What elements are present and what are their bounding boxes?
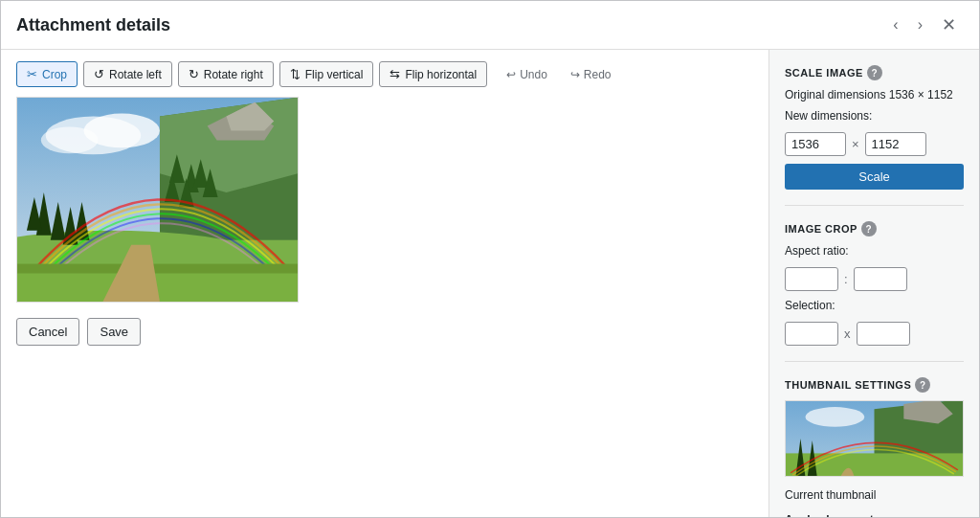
scale-help-icon[interactable]: ? bbox=[867, 65, 882, 80]
width-input[interactable] bbox=[785, 132, 846, 156]
image-toolbar: ✂ Crop ↺ Rotate left ↻ Rotate right ⇅ Fl… bbox=[16, 61, 753, 87]
flip-horizontal-label: Flip horizontal bbox=[405, 68, 477, 81]
thumbnail-image bbox=[786, 401, 963, 476]
redo-button[interactable]: ↪ Redo bbox=[561, 63, 621, 86]
height-input[interactable] bbox=[865, 132, 926, 156]
image-container[interactable] bbox=[16, 97, 299, 303]
aspect-ratio-inputs: : bbox=[785, 267, 964, 291]
attachment-details-dialog: Attachment details ‹ › ✕ ✂ Crop ↺ bbox=[0, 0, 980, 518]
divider-2 bbox=[785, 361, 964, 362]
image-crop-title: IMAGE CROP ? bbox=[785, 221, 964, 236]
chevron-right-icon: › bbox=[918, 16, 923, 34]
rotate-right-label: Rotate right bbox=[204, 68, 263, 81]
selection-inputs: x bbox=[785, 322, 964, 346]
scale-image-section: SCALE IMAGE ? Original dimensions 1536 ×… bbox=[785, 65, 964, 190]
current-thumbnail-label: Current thumbnail bbox=[785, 488, 964, 502]
dialog-header: Attachment details ‹ › ✕ bbox=[1, 1, 979, 50]
image-crop-section: IMAGE CROP ? Aspect ratio: : Selection: … bbox=[785, 221, 964, 346]
scale-button[interactable]: Scale bbox=[785, 164, 964, 190]
aspect-ratio-label: Aspect ratio: bbox=[785, 244, 964, 258]
close-button[interactable]: ✕ bbox=[934, 11, 964, 39]
next-button[interactable]: › bbox=[910, 12, 930, 37]
undo-redo-group: ↩ Undo ↪ Redo bbox=[497, 63, 620, 86]
save-button[interactable]: Save bbox=[87, 318, 141, 346]
scale-image-title: SCALE IMAGE ? bbox=[785, 65, 964, 80]
undo-icon: ↩ bbox=[506, 68, 516, 81]
crop-icon: ✂ bbox=[27, 67, 37, 81]
flip-vertical-label: Flip vertical bbox=[305, 68, 364, 81]
prev-button[interactable]: ‹ bbox=[885, 12, 905, 37]
rotate-left-label: Rotate left bbox=[109, 68, 162, 81]
apply-changes-label: Apply changes to: bbox=[785, 513, 964, 517]
selection-height-input[interactable] bbox=[857, 322, 910, 346]
flip-vertical-button[interactable]: ⇅ Flip vertical bbox=[279, 61, 374, 87]
main-area: ✂ Crop ↺ Rotate left ↻ Rotate right ⇅ Fl… bbox=[1, 50, 768, 517]
close-icon: ✕ bbox=[942, 14, 956, 35]
action-buttons: Cancel Save bbox=[16, 318, 753, 346]
rotate-left-icon: ↺ bbox=[94, 67, 104, 81]
chevron-left-icon: ‹ bbox=[893, 16, 898, 34]
aspect-height-input[interactable] bbox=[854, 267, 907, 291]
image-canvas bbox=[17, 98, 298, 302]
crop-button[interactable]: ✂ Crop bbox=[16, 61, 78, 87]
flip-vertical-icon: ⇅ bbox=[290, 67, 301, 81]
thumbnail-settings-title: THUMBNAIL SETTINGS ? bbox=[785, 377, 964, 393]
thumbnail-preview bbox=[785, 400, 964, 477]
flip-horizontal-icon: ⇆ bbox=[390, 67, 400, 81]
colon-symbol: : bbox=[844, 272, 848, 286]
selection-times-symbol: x bbox=[844, 327, 851, 341]
rotate-right-icon: ↻ bbox=[189, 67, 199, 81]
crop-label: Crop bbox=[42, 68, 67, 81]
svg-point-3 bbox=[41, 127, 99, 154]
dialog-body: ✂ Crop ↺ Rotate left ↻ Rotate right ⇅ Fl… bbox=[1, 50, 979, 517]
cancel-button[interactable]: Cancel bbox=[16, 318, 79, 346]
undo-label: Undo bbox=[520, 68, 547, 81]
thumbnail-settings-section: THUMBNAIL SETTINGS ? bbox=[785, 377, 964, 517]
dimension-inputs: × bbox=[785, 132, 964, 156]
svg-point-27 bbox=[806, 407, 865, 427]
new-dimensions-label: New dimensions: bbox=[785, 109, 964, 123]
undo-button[interactable]: ↩ Undo bbox=[497, 63, 557, 86]
landscape-image bbox=[17, 98, 298, 302]
thumbnail-help-icon[interactable]: ? bbox=[915, 377, 930, 393]
flip-horizontal-button[interactable]: ⇆ Flip horizontal bbox=[379, 61, 487, 87]
crop-help-icon[interactable]: ? bbox=[861, 221, 877, 236]
original-dimensions: Original dimensions 1536 × 1152 bbox=[785, 88, 964, 101]
aspect-width-input[interactable] bbox=[785, 267, 838, 291]
right-panel: SCALE IMAGE ? Original dimensions 1536 ×… bbox=[768, 50, 979, 517]
dialog-title: Attachment details bbox=[16, 15, 170, 35]
rotate-right-button[interactable]: ↻ Rotate right bbox=[178, 61, 274, 87]
times-symbol: × bbox=[852, 137, 859, 151]
dialog-navigation: ‹ › ✕ bbox=[885, 11, 964, 39]
redo-icon: ↪ bbox=[570, 68, 580, 81]
divider-1 bbox=[785, 205, 964, 206]
rotate-left-button[interactable]: ↺ Rotate left bbox=[83, 61, 172, 87]
selection-label: Selection: bbox=[785, 299, 964, 312]
redo-label: Redo bbox=[584, 68, 612, 81]
selection-width-input[interactable] bbox=[785, 322, 838, 346]
